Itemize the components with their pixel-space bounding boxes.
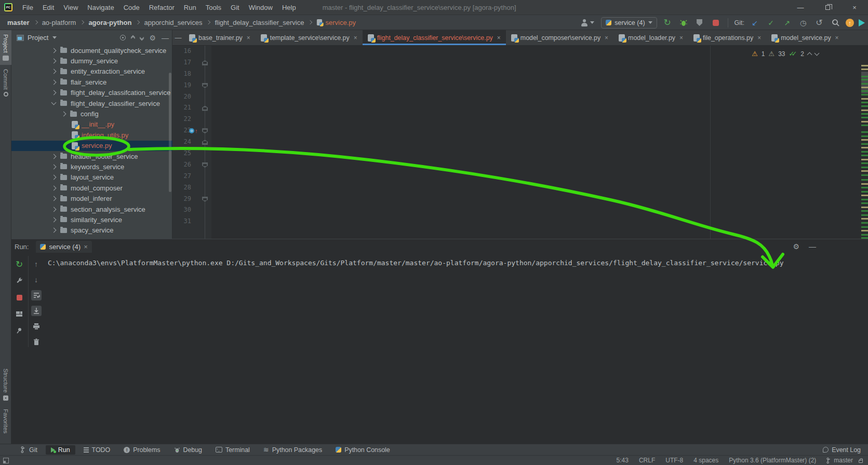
tree-item[interactable]: service.py xyxy=(11,141,172,151)
tree-chevron-icon[interactable] xyxy=(51,100,57,105)
menu-item[interactable]: Refactor xyxy=(144,0,179,15)
error-stripe-mark[interactable] xyxy=(861,167,868,168)
error-stripe-mark[interactable] xyxy=(861,143,868,145)
fold-marker-icon[interactable] xyxy=(202,83,208,88)
error-stripe-mark[interactable] xyxy=(861,151,868,153)
gear-icon[interactable]: ⚙ xyxy=(149,34,156,42)
breadcrumb-item[interactable]: ao-platform xyxy=(30,19,76,26)
menu-item[interactable]: Edit xyxy=(38,0,59,15)
tab-close-icon[interactable]: × xyxy=(757,34,761,42)
error-stripe-mark[interactable] xyxy=(861,162,868,164)
editor-tab[interactable]: file_operations.py × xyxy=(688,30,766,45)
error-stripe-mark[interactable] xyxy=(861,135,868,137)
debug-button[interactable] xyxy=(678,17,689,29)
breadcrumb-item[interactable]: service.py xyxy=(304,19,356,26)
error-stripe-mark[interactable] xyxy=(861,214,868,216)
soft-wrap-button[interactable] xyxy=(31,290,42,300)
tab-close-icon[interactable]: × xyxy=(247,34,250,42)
tab-close-icon[interactable]: × xyxy=(605,34,608,42)
breadcrumb-item[interactable]: master xyxy=(7,19,30,26)
error-stripe-mark[interactable] xyxy=(861,207,868,208)
error-stripe-mark[interactable] xyxy=(861,170,868,172)
search-everywhere-button[interactable] xyxy=(830,17,841,29)
tab-close-icon[interactable]: × xyxy=(497,34,501,42)
tree-chevron-icon[interactable] xyxy=(51,185,57,190)
tool-window-button-problems[interactable]: ! Problems xyxy=(118,445,165,455)
tree-item[interactable]: model_composer xyxy=(11,183,172,193)
tab-close-icon[interactable]: × xyxy=(835,34,839,42)
hide-panel-button[interactable]: — xyxy=(162,34,169,42)
stop-button[interactable] xyxy=(14,292,24,303)
file-encoding[interactable]: UTF-8 xyxy=(665,457,683,464)
error-stripe-mark[interactable] xyxy=(861,159,868,160)
tree-item[interactable]: dummy_service xyxy=(11,56,172,66)
tool-window-tab-structure[interactable]: Structure xyxy=(0,364,11,405)
menu-item[interactable]: Code xyxy=(119,0,144,15)
close-button[interactable]: × xyxy=(841,0,868,15)
fold-marker-icon[interactable] xyxy=(202,140,208,145)
rerun-button[interactable]: ↻ xyxy=(14,259,24,269)
git-branch-widget[interactable]: master xyxy=(826,457,863,464)
hide-run-panel-button[interactable]: — xyxy=(809,242,816,251)
editor-tab[interactable]: model_loader.py × xyxy=(613,30,688,45)
error-stripe-mark[interactable] xyxy=(861,183,868,185)
line-separator[interactable]: CRLF xyxy=(639,457,655,464)
tree-item[interactable]: infering_utils.py xyxy=(11,130,172,140)
error-stripe-mark[interactable] xyxy=(861,187,868,188)
error-stripe-mark[interactable] xyxy=(861,110,868,111)
restore-button[interactable] xyxy=(814,0,841,15)
tree-item[interactable]: keywords_service xyxy=(11,161,172,172)
menu-item[interactable]: Window xyxy=(244,0,277,15)
error-stripe-mark[interactable] xyxy=(861,131,868,133)
tree-item[interactable]: header_footer_service xyxy=(11,151,172,161)
tree-chevron-icon[interactable] xyxy=(51,165,57,170)
git-commit-button[interactable]: ✓ xyxy=(765,17,777,29)
run-tab-close-icon[interactable]: × xyxy=(84,243,88,251)
user-account-icon[interactable] xyxy=(579,17,596,29)
tool-window-switcher-icon[interactable] xyxy=(3,458,9,463)
tree-chevron-icon[interactable] xyxy=(51,69,57,74)
error-stripe-mark[interactable] xyxy=(861,94,868,95)
tab-close-icon[interactable]: × xyxy=(679,34,683,42)
tree-chevron-icon[interactable] xyxy=(51,59,57,64)
tree-chevron-icon[interactable] xyxy=(51,207,57,212)
fold-marker-icon[interactable] xyxy=(202,162,208,168)
plugin-icon[interactable] xyxy=(859,19,865,26)
error-stripe-mark[interactable] xyxy=(861,174,868,176)
scroll-to-end-button[interactable] xyxy=(31,306,42,316)
tool-window-button-git[interactable]: Git xyxy=(16,445,43,455)
error-stripe-mark[interactable] xyxy=(861,230,868,231)
minimize-button[interactable]: — xyxy=(787,0,814,15)
error-stripe-mark[interactable] xyxy=(861,155,868,156)
error-stripe[interactable] xyxy=(861,46,868,239)
editor-tab[interactable]: model_service.py × xyxy=(766,30,844,45)
tool-window-tab-favorites[interactable]: Favorites xyxy=(0,405,11,437)
tree-item[interactable]: section_analysis_service xyxy=(11,204,172,214)
menu-item[interactable]: File xyxy=(18,0,38,15)
error-stripe-mark[interactable] xyxy=(861,191,868,193)
run-tab[interactable]: service (4) × xyxy=(36,241,91,253)
error-stripe-mark[interactable] xyxy=(861,83,868,85)
tree-chevron-icon[interactable] xyxy=(51,48,57,53)
previous-issue-button[interactable] xyxy=(807,52,812,58)
tree-item[interactable]: model_inferer xyxy=(11,193,172,203)
wrench-icon[interactable] xyxy=(14,276,24,286)
error-stripe-mark[interactable] xyxy=(861,105,868,107)
error-stripe-mark[interactable] xyxy=(861,76,868,77)
chevron-down-icon[interactable] xyxy=(52,36,57,39)
collapse-all-button[interactable] xyxy=(140,37,143,39)
run-configuration-select[interactable]: service (4) xyxy=(601,17,657,29)
tool-window-button-python-console[interactable]: Python Console xyxy=(330,445,395,455)
rollback-button[interactable]: ↺ xyxy=(813,17,825,29)
error-stripe-mark[interactable] xyxy=(861,199,868,200)
error-stripe-mark[interactable] xyxy=(861,210,868,212)
up-stack-button[interactable]: ↑ xyxy=(31,259,42,269)
hide-tabs-icon[interactable]: — xyxy=(172,30,184,45)
tool-window-button-todo[interactable]: TODO xyxy=(78,445,116,455)
run-button[interactable]: ↻ xyxy=(662,17,673,29)
menu-item[interactable]: Help xyxy=(277,0,301,15)
python-interpreter[interactable]: Python 3.6 (PlatformMaster) (2) xyxy=(729,457,816,464)
event-log-button[interactable]: Event Log xyxy=(823,446,861,454)
indent-style[interactable]: 4 spaces xyxy=(693,457,718,464)
tree-chevron-icon[interactable] xyxy=(51,154,57,159)
